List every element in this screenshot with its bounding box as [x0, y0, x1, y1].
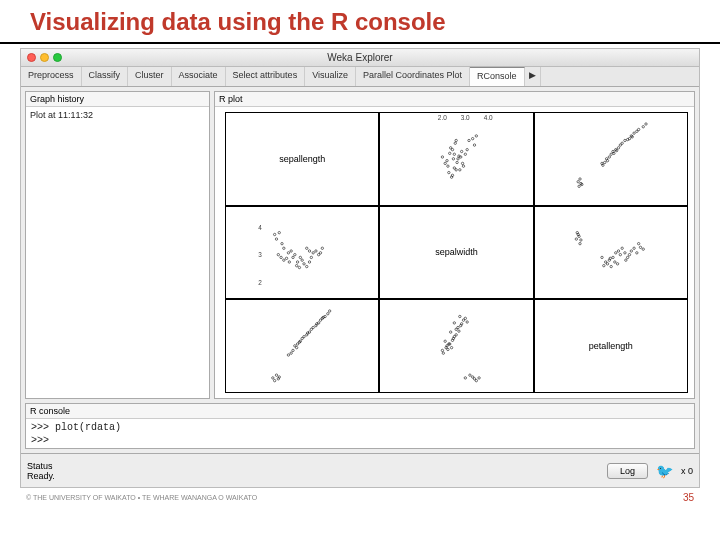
svg-point-120 [613, 260, 615, 262]
svg-point-108 [617, 249, 619, 251]
svg-text:2: 2 [258, 279, 262, 286]
tab-visualize[interactable]: Visualize [305, 67, 356, 86]
svg-point-87 [317, 253, 319, 255]
svg-point-94 [277, 253, 279, 255]
tab-cluster[interactable]: Cluster [128, 67, 172, 86]
svg-point-93 [280, 256, 282, 258]
svg-point-178 [442, 352, 444, 354]
r-console-input[interactable]: >>> plot(rdata) >>> [26, 419, 694, 449]
svg-point-158 [472, 376, 474, 378]
svg-point-119 [602, 264, 604, 266]
r-plot-area: sepallength 2.03.04.0 [215, 107, 694, 398]
cell-2-2: sepalwidth [379, 206, 533, 300]
svg-point-82 [308, 249, 310, 251]
tab-scroll-right-icon[interactable]: ▶ [525, 67, 541, 86]
svg-point-14 [453, 153, 455, 155]
svg-point-7 [444, 162, 446, 164]
svg-point-12 [474, 144, 476, 146]
svg-point-164 [444, 340, 446, 342]
svg-point-116 [639, 246, 641, 248]
svg-point-167 [450, 331, 452, 333]
svg-point-80 [310, 256, 312, 258]
tab-rconsole[interactable]: RConsole [470, 67, 525, 86]
svg-point-115 [637, 242, 639, 244]
status-bar: Status Ready. Log 🐦 x 0 [21, 453, 699, 487]
svg-point-79 [308, 260, 310, 262]
svg-point-81 [312, 251, 314, 253]
console-line: >>> plot(rdata) [31, 421, 689, 434]
svg-text:2.0: 2.0 [438, 114, 447, 121]
svg-point-9 [464, 153, 466, 155]
svg-point-140 [312, 327, 314, 329]
svg-point-25 [475, 135, 477, 137]
svg-point-35 [577, 181, 579, 183]
svg-point-172 [464, 317, 466, 319]
svg-point-44 [617, 147, 619, 149]
status-text: Ready. [27, 471, 599, 481]
svg-point-92 [283, 259, 285, 261]
svg-point-88 [285, 257, 287, 259]
svg-point-111 [628, 253, 630, 255]
svg-point-154 [464, 377, 466, 379]
svg-point-105 [610, 265, 612, 267]
list-item[interactable]: Plot at 11:11:32 [30, 110, 205, 120]
svg-text:3: 3 [258, 251, 262, 258]
cell-1-3 [534, 112, 688, 206]
cell-3-2 [379, 299, 533, 393]
svg-point-19 [446, 159, 448, 161]
svg-point-149 [290, 352, 292, 354]
svg-point-183 [458, 330, 460, 332]
svg-point-159 [478, 377, 480, 379]
svg-point-71 [292, 256, 294, 258]
r-console-label: R console [26, 404, 694, 419]
svg-point-113 [630, 249, 632, 251]
svg-point-107 [614, 251, 616, 253]
svg-point-173 [459, 316, 461, 318]
svg-point-52 [642, 126, 644, 128]
svg-point-95 [575, 238, 577, 240]
svg-point-126 [275, 374, 277, 376]
tab-associate[interactable]: Associate [172, 67, 226, 86]
svg-point-101 [600, 256, 602, 258]
svg-point-49 [633, 132, 635, 134]
cell-1-1: sepallength [225, 112, 379, 206]
log-button[interactable]: Log [607, 463, 648, 479]
cell-1-2: 2.03.04.0 [379, 112, 533, 206]
svg-point-125 [272, 377, 274, 379]
svg-point-175 [455, 328, 457, 330]
svg-point-104 [606, 262, 608, 264]
svg-text:4.0: 4.0 [484, 114, 493, 121]
svg-point-66 [278, 231, 280, 233]
svg-point-78 [306, 265, 308, 267]
svg-point-174 [466, 321, 468, 323]
svg-point-114 [633, 247, 635, 249]
svg-point-33 [578, 185, 580, 187]
cell-2-1: 432 [225, 206, 379, 300]
svg-point-127 [273, 380, 275, 382]
r-plot-panel: R plot sepallength 2.03.04.0 [214, 91, 695, 399]
svg-point-24 [472, 137, 474, 139]
svg-point-106 [611, 256, 613, 258]
graph-history-label: Graph history [26, 92, 209, 107]
svg-point-166 [455, 334, 457, 336]
svg-point-56 [603, 161, 605, 163]
workspace: Graph history Plot at 11:11:32 R plot se… [21, 87, 699, 403]
svg-point-89 [288, 260, 290, 262]
svg-point-21 [463, 165, 465, 167]
graph-history-list[interactable]: Plot at 11:11:32 [26, 107, 209, 398]
svg-point-11 [468, 139, 470, 141]
tab-preprocess[interactable]: Preprocess [21, 67, 82, 86]
svg-point-77 [303, 262, 305, 264]
svg-point-20 [462, 162, 464, 164]
weka-explorer-window: Weka Explorer Preprocess Classify Cluste… [20, 48, 700, 488]
tab-classify[interactable]: Classify [82, 67, 129, 86]
tab-select-attributes[interactable]: Select attributes [226, 67, 306, 86]
svg-point-170 [453, 322, 455, 324]
svg-point-17 [455, 139, 457, 141]
svg-text:3.0: 3.0 [461, 114, 470, 121]
svg-point-163 [451, 347, 453, 349]
slide-title: Visualizing data using the R console [0, 0, 720, 44]
tab-parallel-coords[interactable]: Parallel Coordinates Plot [356, 67, 470, 86]
svg-point-76 [299, 256, 301, 258]
svg-point-84 [315, 249, 317, 251]
